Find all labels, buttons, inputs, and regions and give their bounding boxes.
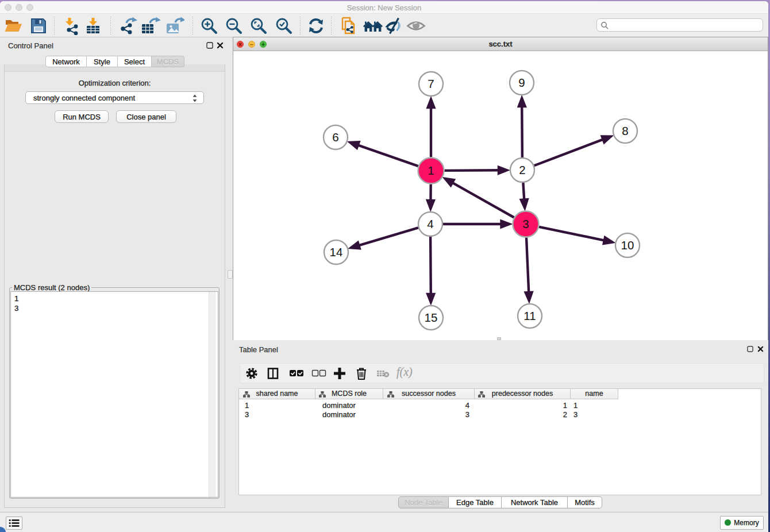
svg-text:11: 11: [523, 309, 536, 322]
svg-text:9: 9: [518, 76, 525, 89]
svg-text:6: 6: [332, 130, 338, 144]
svg-text:1: 1: [428, 164, 434, 177]
svg-text:7: 7: [428, 77, 434, 90]
svg-text:3: 3: [522, 217, 529, 230]
svg-text:10: 10: [621, 238, 634, 252]
svg-text:4: 4: [427, 217, 433, 230]
svg-text:8: 8: [622, 124, 628, 137]
svg-text:2: 2: [519, 163, 525, 176]
svg-text:14: 14: [330, 245, 343, 259]
svg-text:15: 15: [425, 311, 438, 324]
